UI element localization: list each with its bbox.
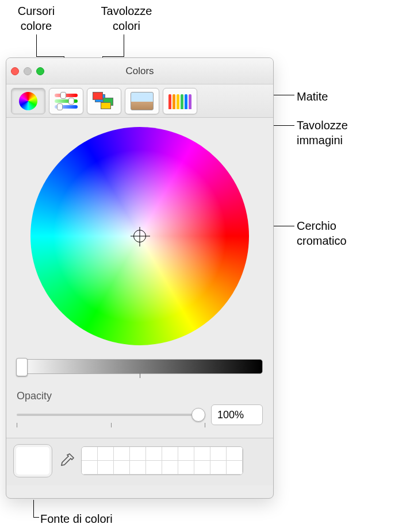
swatch-cell[interactable] [162,461,178,475]
brightness-slider[interactable] [17,359,263,374]
callout-line [36,34,37,56]
wheel-area [6,118,273,345]
opacity-thumb[interactable] [191,408,205,422]
swatch-cell[interactable] [146,447,162,461]
swatch-cell[interactable] [98,461,114,475]
opacity-row [17,404,263,425]
zoom-button[interactable] [36,67,44,75]
color-wheel-icon [17,92,40,110]
swatch-cell[interactable] [210,447,227,461]
callout-pencils: Matite [297,89,328,104]
callout-wheel: Cerchio cromatico [297,218,347,248]
callout-image: Tavolozze immagini [297,118,348,148]
swatch-bar [6,438,273,485]
tab-pencils[interactable] [163,88,197,114]
swatch-cell[interactable] [98,447,114,461]
swatch-cell[interactable] [178,447,194,461]
tab-color-sliders[interactable] [49,88,83,114]
eyedropper-icon [58,452,75,469]
wheel-cursor-icon[interactable] [133,230,146,242]
swatch-cell[interactable] [210,461,227,475]
minimize-button[interactable] [24,67,32,75]
opacity-slider[interactable] [17,407,205,423]
sliders-icon [55,92,78,110]
callout-line [33,517,39,518]
swatch-cell[interactable] [227,461,243,475]
swatch-cell[interactable] [227,447,243,461]
callout-well: Fonte di colori [40,511,113,526]
swatch-cell[interactable] [194,447,210,461]
slider-track [17,414,205,416]
slider-tick [17,423,17,427]
swatch-cell[interactable] [146,461,162,475]
close-button[interactable] [11,67,19,75]
palettes-icon [93,92,116,110]
image-icon [131,92,154,110]
opacity-input[interactable] [211,404,263,425]
swatch-cell[interactable] [114,447,130,461]
swatch-cell[interactable] [130,447,146,461]
callout-line [33,500,34,517]
callout-line [102,56,124,57]
window-title: Colors [125,65,154,77]
swatch-cell[interactable] [114,461,130,475]
opacity-label: Opacity [17,390,263,402]
color-well[interactable] [13,444,52,477]
toolbar [6,84,273,118]
color-wheel[interactable] [30,127,249,345]
swatch-cell[interactable] [162,447,178,461]
swatch-cell[interactable] [178,461,194,475]
swatch-cell[interactable] [130,461,146,475]
swatch-cell[interactable] [82,461,98,475]
titlebar[interactable]: Colors [6,58,273,84]
callout-palettes: Tavolozze colori [95,3,158,33]
traffic-lights [11,67,44,75]
slider-tick [111,423,112,427]
eyedropper-button[interactable] [58,452,75,469]
tab-image-palettes[interactable] [125,88,159,114]
brightness-thumb[interactable] [16,358,28,376]
swatch-cell[interactable] [194,461,210,475]
callout-line [124,34,124,56]
swatch-grid [81,446,243,475]
pencils-icon [168,92,191,110]
tab-color-palettes[interactable] [87,88,121,114]
swatch-cell[interactable] [82,447,98,461]
callout-sliders: Cursori colore [10,3,62,33]
colors-window: Colors [6,57,274,499]
callout-line [36,56,64,57]
slider-tick [140,373,140,378]
slider-tick [205,423,205,427]
tab-color-wheel[interactable] [11,88,45,114]
